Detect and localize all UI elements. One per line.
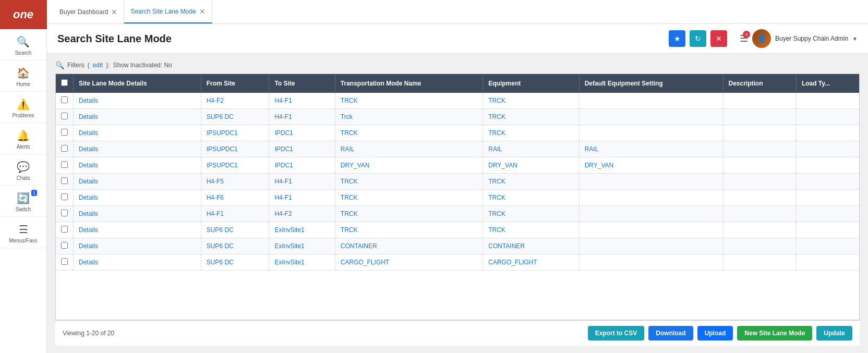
- default-equipment-link[interactable]: DRY_VAN: [585, 162, 614, 169]
- default-equipment-link[interactable]: RAIL: [585, 145, 599, 153]
- row-transport-mode: TRCK: [335, 190, 483, 206]
- from-site-link[interactable]: H4-F6: [207, 194, 224, 201]
- row-checkbox[interactable]: [61, 258, 68, 265]
- transport-mode-link[interactable]: TRCK: [341, 178, 358, 185]
- from-site-link[interactable]: H4-F1: [207, 210, 224, 217]
- equipment-link[interactable]: TRCK: [488, 210, 505, 217]
- details-link[interactable]: Details: [79, 194, 98, 201]
- details-link[interactable]: Details: [79, 226, 98, 234]
- details-link[interactable]: Details: [79, 145, 98, 153]
- sidebar-item-problems[interactable]: ⚠️ Problems: [0, 92, 46, 123]
- row-default-equipment: [579, 190, 723, 206]
- to-site-link[interactable]: H4-F1: [274, 194, 292, 201]
- to-site-link[interactable]: IPDC1: [274, 162, 293, 169]
- transport-mode-link[interactable]: CARGO_FLIGHT: [341, 259, 389, 266]
- upload-button[interactable]: Upload: [697, 326, 733, 340]
- from-site-link[interactable]: IPSUPDC1: [207, 162, 238, 169]
- details-link[interactable]: Details: [79, 129, 98, 137]
- page-header: Search Site Lane Mode ★ ↻ ✕ ☰ 5 👤 Buyer …: [47, 24, 868, 54]
- equipment-link[interactable]: TRCK: [488, 113, 505, 120]
- from-site-link[interactable]: IPSUPDC1: [207, 129, 238, 137]
- equipment-link[interactable]: DRY_VAN: [488, 162, 517, 169]
- transport-mode-link[interactable]: TRCK: [341, 97, 358, 104]
- row-checkbox[interactable]: [61, 161, 68, 168]
- sidebar-item-home[interactable]: 🏠 Home: [0, 60, 46, 92]
- row-checkbox[interactable]: [61, 210, 68, 216]
- transport-mode-link[interactable]: CONTAINER: [341, 242, 377, 250]
- sidebar-item-switch[interactable]: 1 🔄 Switch: [0, 186, 46, 217]
- transport-mode-link[interactable]: Trck: [341, 113, 353, 120]
- favorite-button[interactable]: ★: [669, 30, 685, 47]
- user-dropdown-arrow[interactable]: ▼: [852, 36, 858, 42]
- equipment-link[interactable]: RAIL: [488, 145, 502, 153]
- close-page-button[interactable]: ✕: [710, 30, 727, 47]
- details-link[interactable]: Details: [79, 97, 98, 104]
- equipment-link[interactable]: CONTAINER: [488, 242, 525, 250]
- row-checkbox[interactable]: [61, 113, 68, 119]
- row-checkbox[interactable]: [61, 96, 68, 103]
- row-checkbox[interactable]: [61, 177, 68, 184]
- from-site-link[interactable]: SUP6 DC: [207, 226, 234, 234]
- equipment-link[interactable]: CARGO_FLIGHT: [488, 259, 537, 266]
- sidebar-item-chats[interactable]: 💬 Chats: [0, 154, 46, 186]
- from-site-link[interactable]: SUP6 DC: [207, 242, 234, 250]
- sidebar-item-search[interactable]: 🔍 Search: [0, 29, 46, 60]
- to-site-link[interactable]: H4-F2: [274, 210, 292, 217]
- row-load-type: [796, 141, 859, 157]
- row-equipment: TRCK: [483, 174, 579, 190]
- select-all-checkbox[interactable]: [61, 79, 68, 86]
- tab-buyer-dashboard[interactable]: Buyer Dashboard ✕: [53, 0, 124, 23]
- new-site-lane-mode-button[interactable]: New Site Lane Mode: [737, 326, 812, 340]
- equipment-link[interactable]: TRCK: [488, 178, 505, 185]
- transport-mode-link[interactable]: TRCK: [341, 210, 358, 217]
- close-tab-buyer-dashboard[interactable]: ✕: [111, 8, 117, 16]
- app-logo[interactable]: one: [0, 0, 47, 29]
- equipment-link[interactable]: TRCK: [488, 97, 505, 104]
- row-checkbox[interactable]: [61, 145, 68, 152]
- from-site-link[interactable]: SUP6 DC: [207, 259, 234, 266]
- to-site-link[interactable]: ExInvSite1: [274, 226, 304, 234]
- to-site-link[interactable]: H4-F1: [274, 178, 292, 185]
- tab-search-site-lane-mode[interactable]: Search Site Lane Mode ✕: [124, 0, 212, 23]
- sidebar-item-menusfavs[interactable]: ☰ Menus/Favs: [0, 217, 46, 248]
- details-link[interactable]: Details: [79, 162, 98, 169]
- refresh-button[interactable]: ↻: [690, 30, 706, 47]
- download-button[interactable]: Download: [648, 326, 693, 340]
- transport-mode-link[interactable]: RAIL: [341, 145, 355, 153]
- to-site-link[interactable]: ExInvSite1: [274, 242, 304, 250]
- filters-edit-link[interactable]: edit: [93, 62, 103, 69]
- to-site-link[interactable]: H4-F1: [274, 97, 292, 104]
- row-description: [723, 157, 796, 174]
- transport-mode-link[interactable]: TRCK: [341, 129, 358, 137]
- details-link[interactable]: Details: [79, 210, 98, 217]
- transport-mode-link[interactable]: TRCK: [341, 194, 358, 201]
- row-checkbox[interactable]: [61, 193, 68, 200]
- details-link[interactable]: Details: [79, 242, 98, 250]
- sidebar-item-alerts[interactable]: 🔔 Alerts: [0, 123, 46, 154]
- from-site-link[interactable]: H4-F2: [207, 97, 224, 104]
- problems-icon: ⚠️: [17, 98, 30, 111]
- transport-mode-link[interactable]: DRY_VAN: [341, 162, 370, 169]
- row-checkbox[interactable]: [61, 129, 68, 136]
- to-site-link[interactable]: H4-F1: [274, 113, 292, 120]
- details-link[interactable]: Details: [79, 113, 98, 120]
- transport-mode-link[interactable]: TRCK: [341, 226, 358, 234]
- from-site-link[interactable]: H4-F5: [207, 178, 224, 185]
- to-site-link[interactable]: IPDC1: [274, 129, 293, 137]
- from-site-link[interactable]: SUP6 DC: [207, 113, 234, 120]
- row-checkbox[interactable]: [61, 242, 68, 249]
- export-csv-button[interactable]: Export to CSV: [588, 326, 645, 340]
- equipment-link[interactable]: TRCK: [488, 226, 505, 234]
- equipment-link[interactable]: TRCK: [488, 194, 505, 201]
- equipment-link[interactable]: TRCK: [488, 129, 505, 137]
- col-load-type: Load Ty...: [796, 74, 859, 93]
- close-tab-search-site-lane-mode[interactable]: ✕: [199, 8, 206, 15]
- to-site-link[interactable]: ExInvSite1: [274, 259, 304, 266]
- from-site-link[interactable]: IPSUPDC1: [207, 145, 238, 153]
- details-link[interactable]: Details: [79, 178, 98, 185]
- update-button[interactable]: Update: [816, 326, 852, 340]
- notification-area[interactable]: ☰ 5: [740, 33, 748, 44]
- to-site-link[interactable]: IPDC1: [274, 145, 293, 153]
- details-link[interactable]: Details: [79, 259, 98, 266]
- row-checkbox[interactable]: [61, 226, 68, 233]
